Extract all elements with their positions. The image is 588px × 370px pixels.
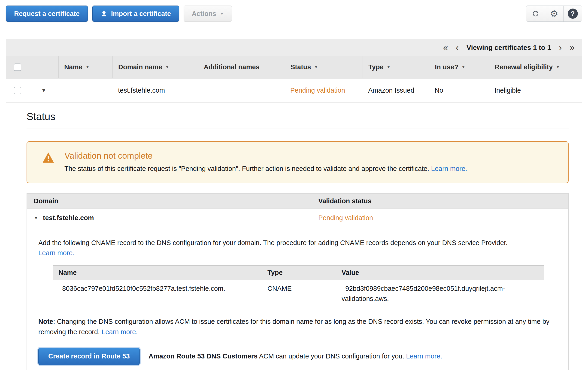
header-expand-cell [29,56,58,78]
toolbar: Request a certificate Import a certifica… [0,0,588,22]
domain-name-value: test.fstehle.com [43,214,94,222]
upload-icon [100,10,107,17]
next-page-icon[interactable]: › [559,43,562,52]
column-header-name[interactable]: Name ▼ [58,56,113,78]
route53-action-row: Create record in Route 53 Amazon Route 5… [38,348,557,365]
row-checkbox[interactable] [14,87,21,94]
import-certificate-label: Import a certificate [111,11,171,17]
create-record-route53-button[interactable]: Create record in Route 53 [38,348,140,365]
toolbar-icon-group: ⚙ ? [526,6,582,22]
dns-note: Note: Changing the DNS configuration all… [38,317,557,337]
note-learn-more-link[interactable]: Learn more. [102,328,138,336]
warning-icon [42,152,54,172]
row-checkbox-cell [6,87,29,94]
cname-record-type: CNAME [262,284,336,294]
domain-table-header: Domain Validation status [27,193,568,209]
acm-console-page: Request a certificate Import a certifica… [0,0,588,370]
column-header-in-use[interactable]: In use? ▼ [429,56,489,78]
help-icon: ? [568,9,578,19]
help-button[interactable]: ? [563,6,582,21]
column-header-renewal-eligibility[interactable]: Renewal eligibility ▼ [489,56,582,78]
column-header-domain-name[interactable]: Domain name ▼ [113,56,198,78]
collapse-row-icon[interactable]: ▼ [41,87,46,94]
warning-title: Validation not complete [64,151,467,161]
sort-caret-icon: ▼ [462,65,465,69]
last-page-icon[interactable]: » [570,43,575,52]
cname-record-table: Name Type Value _8036cac797e01fd5210f0c5… [53,265,544,308]
domain-column-header: Domain [27,197,313,205]
warning-learn-more-link[interactable]: Learn more. [431,165,467,172]
first-page-icon[interactable]: « [443,43,448,52]
domain-validation-box: Domain Validation status ▼ test.fstehle.… [27,193,569,370]
sort-caret-icon: ▼ [86,65,89,69]
chevron-down-icon: ▼ [220,12,224,16]
gear-icon: ⚙ [550,8,558,19]
detail-heading: Status [27,111,569,128]
domain-row[interactable]: ▼ test.fstehle.com Pending validation [27,209,568,227]
request-certificate-button[interactable]: Request a certificate [6,6,88,22]
cell-status: Pending validation [285,87,363,94]
cname-record-row: _8036cac797e01fd5210f0c552fb8277a.test.f… [53,280,544,308]
refresh-button[interactable] [526,6,545,21]
instructions-learn-more-link[interactable]: Learn more. [38,249,74,257]
cname-record-name: _8036cac797e01fd5210f0c552fb8277a.test.f… [53,284,262,294]
sort-caret-icon: ▼ [387,65,390,69]
actions-label: Actions [192,11,216,17]
validation-warning-box: Validation not complete The status of th… [27,141,569,183]
refresh-icon [531,10,540,18]
route53-learn-more-link[interactable]: Learn more. [406,352,442,360]
warning-content: Validation not complete The status of th… [64,151,467,172]
column-header-additional-names: Additional names [198,56,285,78]
domain-validation-status: Pending validation [313,214,568,222]
cell-in-use: No [429,87,489,94]
header-checkbox-cell [6,56,29,78]
cname-name-column-header: Name [53,268,262,278]
cell-renewal-eligibility: Ineligible [489,87,582,94]
import-certificate-button[interactable]: Import a certificate [92,6,179,22]
table-header-row: Name ▼ Domain name ▼ Additional names St… [6,56,582,79]
settings-button[interactable]: ⚙ [545,6,563,21]
certificate-detail-panel: Status Validation not complete The statu… [27,111,569,370]
column-header-type[interactable]: Type ▼ [363,56,429,78]
row-expand-cell: ▼ [29,87,58,94]
sort-caret-icon: ▼ [556,65,560,69]
prev-page-icon[interactable]: ‹ [456,43,459,52]
sort-caret-icon: ▼ [165,65,169,69]
validation-status-column-header: Validation status [313,197,568,205]
cell-type: Amazon Issued [363,87,429,94]
column-header-status[interactable]: Status ▼ [285,56,363,78]
domain-expanded-content: Add the following CNAME record to the DN… [27,227,568,370]
pagination-label: Viewing certificates 1 to 1 [467,44,551,52]
route53-description: Amazon Route 53 DNS Customers ACM can up… [148,351,442,361]
cname-instructions: Add the following CNAME record to the DN… [38,238,557,248]
certificate-row[interactable]: ▼ test.fstehle.com Pending validation Am… [6,79,582,103]
select-all-checkbox[interactable] [14,63,21,71]
pagination-bar: « ‹ Viewing certificates 1 to 1 › » [6,39,582,56]
cname-table-header: Name Type Value [53,266,544,280]
cname-type-column-header: Type [262,268,336,278]
collapse-domain-icon[interactable]: ▼ [34,215,38,221]
certificates-table: « ‹ Viewing certificates 1 to 1 › » Name… [6,39,582,103]
actions-button[interactable]: Actions ▼ [184,6,232,22]
warning-body: The status of this certificate request i… [64,165,467,172]
cell-domain-name: test.fstehle.com [113,87,198,94]
cname-record-value: _92bd3f0989cbaec7485d200e98ec051f.duyqri… [336,284,544,304]
cname-value-column-header: Value [336,268,544,278]
sort-caret-icon: ▼ [314,65,318,69]
